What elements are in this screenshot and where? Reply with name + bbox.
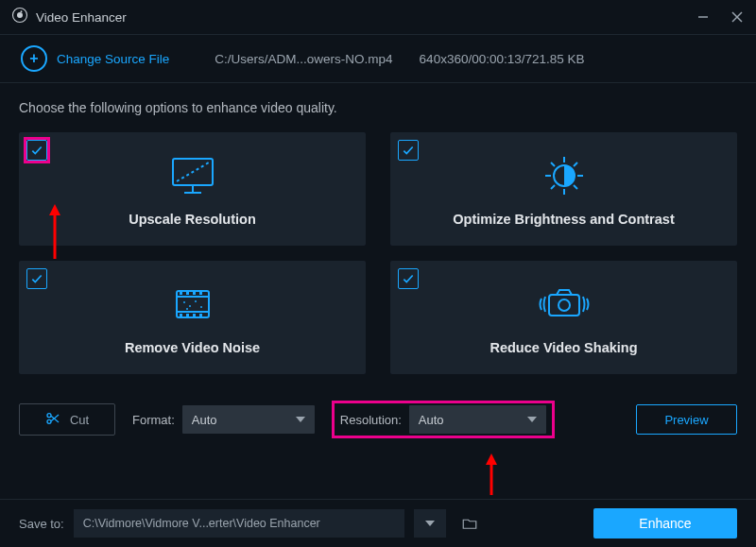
svg-point-38 xyxy=(558,299,570,311)
chevron-down-icon xyxy=(296,417,305,422)
svg-line-41 xyxy=(51,416,59,422)
svg-rect-30 xyxy=(193,314,196,316)
checkbox-brightness[interactable] xyxy=(398,140,419,161)
add-source-icon[interactable]: + xyxy=(21,45,47,72)
svg-point-39 xyxy=(47,413,51,417)
enhance-button[interactable]: Enhance xyxy=(593,508,737,538)
resolution-select[interactable]: Auto xyxy=(409,405,546,434)
card-reduce-shaking[interactable]: Reduce Video Shaking xyxy=(390,261,737,374)
svg-rect-31 xyxy=(199,314,202,316)
title-bar: Video Enhancer xyxy=(0,0,756,35)
enhancement-options: Upscale Resolution Optimize Brightness a… xyxy=(19,132,737,374)
source-path: C:/Users/ADM...owers-NO.mp4 xyxy=(215,52,392,66)
footer-bar: Save to: C:\Vidmore\Vidmore V...erter\Vi… xyxy=(0,499,756,547)
svg-point-1 xyxy=(17,12,23,18)
highlight-annotation xyxy=(24,137,50,163)
camera-shake-icon xyxy=(536,276,593,333)
cut-button[interactable]: Cut xyxy=(19,403,115,436)
svg-point-40 xyxy=(47,419,51,423)
resolution-label: Resolution: xyxy=(340,413,402,427)
source-meta: 640x360/00:00:13/721.85 KB xyxy=(420,52,585,66)
svg-line-19 xyxy=(551,185,555,189)
svg-line-18 xyxy=(574,185,577,189)
instruction-text: Choose the following options to enhance … xyxy=(19,100,737,115)
app-icon xyxy=(11,7,28,27)
chevron-down-icon xyxy=(425,521,435,526)
save-path-text: C:\Vidmore\Vidmore V...erter\Video Enhan… xyxy=(83,517,320,530)
chevron-down-icon xyxy=(527,417,537,422)
svg-rect-37 xyxy=(549,295,579,316)
card-label: Reduce Video Shaking xyxy=(490,340,637,355)
svg-rect-26 xyxy=(193,292,196,295)
checkbox-noise[interactable] xyxy=(26,268,47,289)
format-label: Format: xyxy=(132,413,175,427)
controls-row: Cut Format: Auto Resolution: Auto Previe… xyxy=(19,401,737,438)
highlight-annotation: Resolution: Auto xyxy=(332,401,555,438)
monitor-icon xyxy=(167,147,218,204)
arrow-annotation xyxy=(45,204,64,259)
save-path-dropdown[interactable] xyxy=(414,509,446,538)
svg-rect-24 xyxy=(180,292,182,295)
svg-point-36 xyxy=(186,308,188,310)
svg-line-42 xyxy=(51,415,59,421)
svg-rect-25 xyxy=(186,292,189,295)
minimize-button[interactable] xyxy=(696,9,711,25)
svg-point-35 xyxy=(200,306,202,308)
format-field: Format: Auto xyxy=(132,405,315,434)
card-remove-noise[interactable]: Remove Video Noise xyxy=(19,261,366,374)
card-optimize-brightness[interactable]: Optimize Brightness and Contrast xyxy=(390,132,737,246)
resolution-value: Auto xyxy=(419,413,444,427)
format-select[interactable]: Auto xyxy=(182,405,315,434)
card-upscale-resolution[interactable]: Upscale Resolution xyxy=(19,132,366,246)
checkbox-shaking[interactable] xyxy=(398,268,419,289)
scissors-icon xyxy=(45,411,60,429)
svg-line-17 xyxy=(551,162,555,166)
svg-point-34 xyxy=(195,300,197,302)
svg-line-7 xyxy=(177,162,209,181)
svg-point-2 xyxy=(21,10,23,12)
svg-marker-11 xyxy=(49,204,60,215)
source-bar: + Change Source File C:/Users/ADM...ower… xyxy=(0,35,756,83)
card-label: Optimize Brightness and Contrast xyxy=(453,212,674,227)
open-folder-button[interactable] xyxy=(455,509,484,538)
svg-marker-44 xyxy=(486,453,497,465)
preview-button[interactable]: Preview xyxy=(636,404,737,435)
change-source-link[interactable]: Change Source File xyxy=(57,52,169,66)
svg-rect-21 xyxy=(177,291,209,317)
close-button[interactable] xyxy=(730,9,745,25)
save-to-label: Save to: xyxy=(19,517,64,531)
svg-rect-28 xyxy=(180,314,182,316)
window-title: Video Enhancer xyxy=(36,10,127,25)
svg-line-20 xyxy=(574,162,577,166)
format-value: Auto xyxy=(192,413,217,427)
svg-rect-27 xyxy=(199,292,202,295)
checkbox-upscale[interactable] xyxy=(26,140,47,161)
card-label: Remove Video Noise xyxy=(125,340,260,355)
brightness-icon xyxy=(539,147,590,204)
svg-point-33 xyxy=(189,305,191,307)
svg-rect-29 xyxy=(186,314,189,316)
arrow-annotation xyxy=(482,453,501,495)
card-label: Upscale Resolution xyxy=(129,212,256,227)
preview-label: Preview xyxy=(664,413,708,427)
film-noise-icon xyxy=(167,276,218,333)
cut-label: Cut xyxy=(70,413,89,427)
enhance-label: Enhance xyxy=(639,516,691,531)
svg-point-32 xyxy=(183,301,185,303)
save-path-display: C:\Vidmore\Vidmore V...erter\Video Enhan… xyxy=(74,509,404,538)
